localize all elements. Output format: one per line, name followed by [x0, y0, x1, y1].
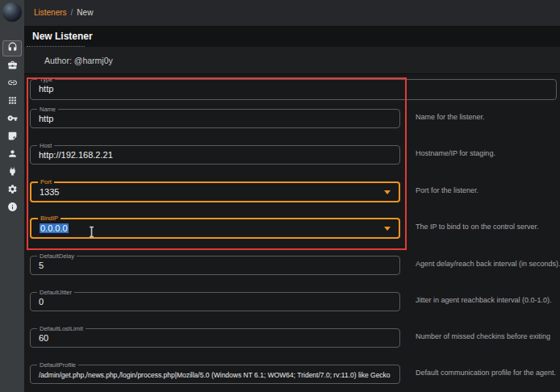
port-field-label: Port — [38, 178, 54, 186]
type-field-label: Type — [37, 76, 55, 83]
port-helper-text: Port for the listener. — [416, 186, 479, 194]
name-field-label: Name — [37, 106, 58, 113]
person-icon — [7, 148, 18, 162]
apps-grid-icon — [7, 94, 18, 109]
new-listener-screen: Listeners/New New Listener Author: @harm… — [0, 0, 560, 392]
sidebar-item-agents[interactable] — [2, 76, 22, 92]
breadcrumb-current: New — [77, 8, 93, 17]
defaultprofile-helper-text: Default communication profile for the ag… — [416, 369, 556, 377]
gear-icon — [7, 183, 18, 198]
key-icon — [7, 112, 18, 127]
sidebar-item-about[interactable] — [2, 200, 22, 216]
defaultjitter-field-value: 0 — [39, 297, 44, 307]
defaultjitter-helper-text: Jitter in agent reachback interval (0.0-… — [416, 296, 552, 304]
host-field[interactable]: Host http://192.168.2.21 — [30, 145, 400, 165]
port-field[interactable]: Port 1335 — [30, 181, 400, 202]
page-title: New Listener — [32, 31, 93, 42]
dotted-focus-line — [27, 46, 85, 47]
bindip-field[interactable]: BindIP 0.0.0.0 — [30, 218, 400, 239]
sidebar-item-settings[interactable] — [2, 182, 22, 198]
link-icon — [7, 77, 18, 91]
defaultdelay-helper-text: Agent delay/reach back interval (in seco… — [416, 260, 560, 268]
sidebar-item-reporting[interactable] — [2, 129, 22, 145]
app-logo — [2, 2, 22, 22]
defaultjitter-field-label: DefaultJitter — [37, 289, 74, 296]
type-field-value: http — [39, 84, 53, 94]
host-helper-text: Hostname/IP for staging. — [416, 149, 495, 157]
port-field-value: 1335 — [40, 187, 59, 197]
headset-icon — [7, 41, 18, 56]
sidebar-item-listeners[interactable] — [2, 40, 22, 56]
name-field[interactable]: Name http — [30, 109, 400, 128]
defaultdelay-field[interactable]: DefaultDelay 5 — [30, 256, 400, 275]
breadcrumb-separator: / — [71, 8, 73, 17]
top-bar: Listeners/New — [24, 0, 560, 26]
title-bar: New Listener — [24, 26, 560, 47]
breadcrumb: Listeners/New — [34, 8, 93, 17]
plug-icon — [7, 165, 18, 180]
chevron-down-icon — [384, 227, 391, 231]
chevron-down-icon — [384, 190, 391, 194]
defaultjitter-field[interactable]: DefaultJitter 0 — [30, 292, 400, 311]
breadcrumb-listeners-link[interactable]: Listeners — [34, 8, 67, 17]
host-field-label: Host — [37, 142, 54, 149]
bindip-field-label: BindIP — [38, 215, 61, 222]
defaultprofile-field-value: /admin/get.php,/news.php,/login/process.… — [39, 371, 391, 379]
defaultdelay-field-value: 5 — [39, 261, 44, 270]
note-icon — [7, 130, 18, 144]
bindip-field-value: 0.0.0.0 — [40, 223, 69, 233]
defaultdelay-field-label: DefaultDelay — [37, 252, 77, 260]
type-field[interactable]: Type http — [30, 79, 557, 100]
name-helper-text: Name for the listener. — [416, 113, 485, 121]
sidebar-item-users[interactable] — [2, 147, 22, 163]
defaultlostlimit-field[interactable]: DefaultLostLimit 60 — [30, 328, 400, 348]
sidebar-item-plugins[interactable] — [2, 165, 22, 181]
author-bar: Author: @harmj0y — [24, 47, 560, 74]
defaultprofile-field-label: DefaultProfile — [37, 361, 78, 369]
defaultprofile-field[interactable]: DefaultProfile /admin/get.php,/news.php,… — [30, 365, 400, 384]
sidebar-nav — [0, 40, 24, 218]
defaultlostlimit-field-value: 60 — [39, 333, 48, 343]
host-field-value: http://192.168.2.21 — [39, 150, 113, 160]
info-icon — [7, 201, 18, 215]
sidebar-item-modules[interactable] — [2, 94, 22, 110]
defaultlostlimit-field-label: DefaultLostLimit — [37, 325, 86, 332]
defaultlostlimit-helper-text: Number of missed checkins before exiting — [416, 332, 550, 340]
author-text: Author: @harmj0y — [44, 56, 113, 65]
briefcase-icon — [7, 59, 18, 73]
sidebar-item-credentials[interactable] — [2, 111, 22, 127]
name-field-value: http — [39, 114, 53, 123]
sidebar — [0, 0, 24, 392]
bindip-helper-text: The IP to bind to on the control server. — [416, 223, 538, 231]
sidebar-item-stagers[interactable] — [2, 58, 22, 74]
